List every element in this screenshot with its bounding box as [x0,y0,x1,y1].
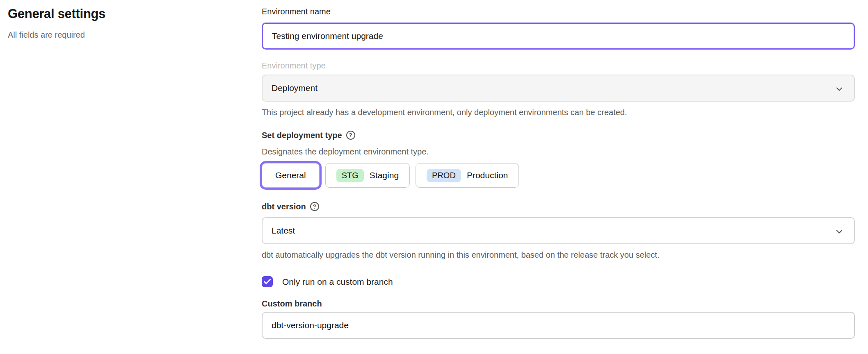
dbt-version-helper: dbt automatically upgrades the dbt versi… [262,249,855,261]
deployment-type-general-button[interactable]: General [262,163,320,188]
deployment-type-label-row: Set deployment type ? [262,129,855,141]
custom-branch-checkbox[interactable] [262,276,273,287]
dbt-version-value: Latest [272,226,295,236]
environment-type-field: Environment type Deployment This project… [262,60,855,118]
environment-type-helper: This project already has a development e… [262,107,855,118]
environment-name-input[interactable] [262,23,855,50]
deployment-type-general-label: General [275,170,306,180]
deployment-type-staging-label: Staging [370,170,399,180]
help-icon[interactable]: ? [346,131,355,140]
environment-type-label: Environment type [262,60,855,71]
dbt-version-select[interactable]: Latest [262,217,855,244]
deployment-type-helper: Designates the deployment environment ty… [262,146,855,157]
environment-settings-page: General settings All fields are required… [0,0,868,354]
production-badge: PROD [427,169,461,182]
environment-name-field: Environment name [262,6,855,50]
dbt-version-label-row: dbt version ? [262,201,855,212]
deployment-type-production-label: Production [467,170,508,180]
page-title: General settings [8,5,238,23]
dbt-version-label: dbt version [262,201,306,212]
custom-branch-input[interactable] [262,312,855,339]
environment-type-select[interactable]: Deployment [262,75,855,102]
chevron-down-icon [834,227,844,238]
custom-branch-label: Custom branch [262,298,855,309]
help-icon[interactable]: ? [310,202,319,211]
dbt-version-field: dbt version ? Latest dbt automatically u… [262,201,855,261]
custom-branch-checkbox-label[interactable]: Only run on a custom branch [282,277,393,287]
environment-name-label: Environment name [262,6,855,17]
checkmark-icon [264,279,271,284]
deployment-type-options: General STG Staging PROD Production [262,163,855,188]
staging-badge: STG [336,169,364,182]
environment-settings-form: Environment name Environment type Deploy… [262,0,855,339]
environment-type-value: Deployment [272,83,318,93]
custom-branch-checkbox-row: Only run on a custom branch [262,276,855,287]
deployment-type-staging-button[interactable]: STG Staging [325,163,410,188]
deployment-type-label: Set deployment type [262,129,342,141]
deployment-type-field: Set deployment type ? Designates the dep… [262,129,855,188]
chevron-down-icon [834,84,844,96]
settings-intro: General settings All fields are required [8,5,238,40]
page-subtitle: All fields are required [8,30,238,40]
deployment-type-production-button[interactable]: PROD Production [416,163,519,188]
